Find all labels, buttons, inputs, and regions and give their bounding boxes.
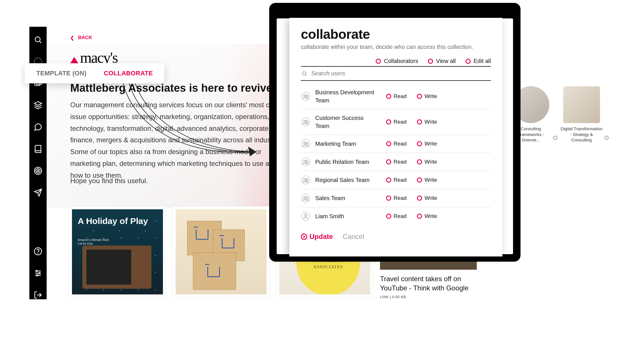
user-row: Business Development TeamReadWrite bbox=[301, 84, 491, 109]
radio-icon bbox=[386, 141, 391, 146]
related-item[interactable]: Digital Transformation - Strategy & Cons… bbox=[560, 86, 603, 143]
page-closing: Hope you find this useful. bbox=[70, 177, 148, 185]
svg-line-1 bbox=[40, 41, 41, 43]
related-items: Consulting Frameworks - Overvie... Digit… bbox=[510, 86, 603, 143]
page-body: Our management consulting services focus… bbox=[70, 99, 289, 181]
svg-point-30 bbox=[304, 178, 306, 180]
user-name: Customer Success Team bbox=[315, 114, 376, 130]
perm-label: Write bbox=[424, 195, 437, 201]
tab-edit-all[interactable]: Edit all bbox=[466, 58, 491, 64]
modal-actions: Update Cancel bbox=[301, 233, 491, 241]
modal-tabs: Collaborators View all Edit all bbox=[301, 58, 491, 64]
card-holiday-of-play[interactable]: A Holiday of Play Amazon's Ultimate Wish… bbox=[69, 206, 166, 297]
svg-point-29 bbox=[306, 161, 308, 162]
group-icon bbox=[301, 92, 310, 101]
update-button[interactable]: Update bbox=[301, 233, 333, 241]
perm-read[interactable]: Read bbox=[386, 141, 407, 147]
star-icon bbox=[70, 57, 78, 63]
menu-item-collaborate[interactable]: COLLABORATE bbox=[104, 70, 153, 77]
radio-icon bbox=[417, 94, 422, 99]
perm-label: Write bbox=[424, 177, 437, 183]
perm-write[interactable]: Write bbox=[417, 119, 437, 125]
perm-label: Read bbox=[394, 119, 407, 125]
card-illustration bbox=[82, 246, 151, 289]
svg-point-32 bbox=[304, 196, 306, 198]
svg-point-8 bbox=[37, 170, 39, 172]
support-icon[interactable] bbox=[34, 247, 42, 256]
perm-write[interactable]: Write bbox=[417, 141, 437, 147]
perm-write[interactable]: Write bbox=[417, 93, 437, 99]
svg-point-33 bbox=[306, 197, 308, 199]
radio-icon bbox=[386, 119, 391, 124]
svg-marker-5 bbox=[35, 102, 42, 106]
card-meta: LINK | 0.00 KB bbox=[380, 295, 477, 299]
user-name: Regional Sales Team bbox=[315, 176, 376, 184]
card-title: Travel content takes off on YouTube - Th… bbox=[380, 274, 475, 293]
search-input[interactable] bbox=[311, 70, 490, 77]
svg-point-31 bbox=[306, 179, 308, 181]
status-dot-icon bbox=[553, 136, 557, 140]
perm-label: Read bbox=[394, 159, 407, 165]
search-row bbox=[301, 67, 491, 80]
radio-icon bbox=[417, 196, 422, 201]
svg-point-25 bbox=[306, 121, 308, 122]
perm-write[interactable]: Write bbox=[417, 159, 437, 165]
radio-icon bbox=[417, 119, 422, 124]
perm-label: Write bbox=[424, 213, 437, 219]
group-icon bbox=[301, 176, 310, 184]
group-icon bbox=[301, 118, 310, 126]
svg-point-18 bbox=[37, 275, 38, 276]
perm-read[interactable]: Read bbox=[386, 213, 407, 219]
search-icon[interactable] bbox=[34, 35, 42, 44]
radio-icon bbox=[417, 159, 422, 164]
perm-write[interactable]: Write bbox=[417, 195, 437, 201]
svg-line-21 bbox=[305, 74, 307, 76]
perm-label: Read bbox=[394, 141, 407, 147]
modal-title: collaborate bbox=[301, 26, 491, 42]
svg-point-26 bbox=[304, 142, 306, 144]
svg-point-7 bbox=[36, 169, 40, 173]
card-ecommerce-boxes[interactable] bbox=[173, 206, 269, 297]
user-list: Business Development TeamReadWriteCustom… bbox=[301, 84, 491, 225]
perm-read[interactable]: Read bbox=[386, 93, 407, 99]
radio-icon bbox=[417, 177, 422, 183]
user-row: Sales TeamReadWrite bbox=[301, 189, 491, 207]
sliders-icon[interactable] bbox=[34, 269, 42, 277]
perm-read[interactable]: Read bbox=[386, 119, 407, 125]
collaborate-modal: collaborate collaborate within your team… bbox=[289, 18, 502, 256]
card-title: A Holiday of Play bbox=[78, 216, 148, 226]
user-row: Public Relation TeamReadWrite bbox=[301, 153, 491, 171]
svg-point-27 bbox=[306, 143, 308, 144]
layers-icon[interactable] bbox=[34, 101, 42, 110]
cancel-button[interactable]: Cancel bbox=[343, 233, 364, 241]
book-icon[interactable] bbox=[34, 145, 42, 153]
person-icon bbox=[301, 212, 310, 221]
radio-icon bbox=[428, 59, 433, 64]
perm-label: Write bbox=[424, 141, 437, 147]
radio-icon bbox=[417, 141, 422, 146]
radio-icon bbox=[386, 177, 391, 183]
group-icon bbox=[301, 158, 310, 166]
chat-icon[interactable] bbox=[34, 123, 42, 131]
perm-write[interactable]: Write bbox=[417, 177, 437, 183]
perm-read[interactable]: Read bbox=[386, 177, 407, 183]
context-menu: TEMPLATE (ON) COLLABORATE bbox=[25, 63, 164, 83]
send-icon[interactable] bbox=[34, 188, 42, 197]
user-row: Regional Sales TeamReadWrite bbox=[301, 171, 491, 189]
back-link[interactable]: ❮ BACK bbox=[70, 35, 92, 41]
user-name: Business Development Team bbox=[315, 88, 376, 104]
tab-view-all[interactable]: View all bbox=[428, 58, 456, 64]
target-icon[interactable] bbox=[34, 166, 42, 175]
perm-label: Read bbox=[394, 93, 407, 99]
radio-icon bbox=[386, 196, 391, 201]
perm-write[interactable]: Write bbox=[417, 213, 437, 219]
tab-collaborators[interactable]: Collaborators bbox=[376, 58, 418, 64]
perm-read[interactable]: Read bbox=[386, 159, 407, 165]
logout-icon[interactable] bbox=[34, 291, 42, 299]
group-icon bbox=[301, 139, 310, 148]
menu-item-template[interactable]: TEMPLATE (ON) bbox=[36, 70, 87, 77]
perm-label: Write bbox=[424, 119, 437, 125]
search-icon bbox=[301, 71, 307, 76]
perm-read[interactable]: Read bbox=[386, 195, 407, 201]
svg-point-28 bbox=[304, 160, 306, 162]
